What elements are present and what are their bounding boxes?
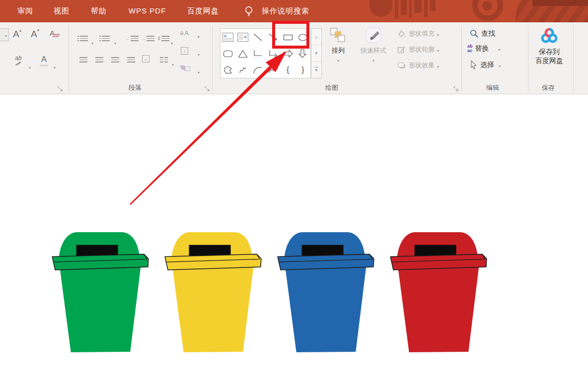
clear-formatting-button[interactable]: A	[50, 29, 59, 37]
find-button[interactable]: 查找	[469, 29, 495, 38]
quick-styles-button[interactable]: 快速样式	[354, 27, 393, 64]
gallery-scroll-down-button[interactable]: ▼	[311, 45, 321, 62]
quick-styles-icon	[365, 27, 382, 44]
slide-canvas[interactable]	[0, 94, 588, 387]
line-spacing-button[interactable]: ⇕	[157, 36, 169, 41]
text-highlight-button[interactable]: ab	[14, 55, 23, 66]
powerpoint-window: { "titlebar": { "menu_items": ["审阅", "视图…	[0, 0, 588, 387]
align-left-button[interactable]	[79, 57, 87, 63]
select-button[interactable]: 选择	[469, 60, 501, 69]
columns-button[interactable]	[160, 57, 168, 63]
save-to-baidu-netdisk-button[interactable]: 保存到 百度网盘	[530, 27, 568, 65]
shape-line-icon[interactable]	[250, 29, 265, 45]
gallery-scroll-up-button[interactable]: ▲	[311, 29, 321, 45]
shape-scribble-icon[interactable]	[235, 62, 250, 78]
menu-tab-wps-pdf[interactable]: WPS PDF	[129, 6, 166, 15]
shape-effects-button[interactable]: 形状效果	[397, 61, 439, 70]
shape-vertical-textbox-icon[interactable]: A	[235, 29, 250, 45]
pencil-outline-icon	[397, 46, 406, 54]
titlebar-decoration-bars	[369, 0, 436, 20]
eraser-icon	[52, 34, 60, 37]
shape-textbox-icon[interactable]: A	[220, 29, 235, 45]
svg-text:A: A	[244, 35, 247, 39]
distributed-button[interactable]: ↔	[142, 55, 149, 63]
bin-body	[60, 264, 141, 352]
shrink-font-button[interactable]: A▾	[31, 29, 39, 39]
replace-button[interactable]: ab ac 替换	[467, 44, 501, 53]
shape-elbow-connector-icon[interactable]	[250, 45, 265, 62]
tell-me-search[interactable]: 操作说明搜索	[262, 6, 309, 16]
menu-tab-view[interactable]: 视图	[54, 6, 70, 16]
shape-effects-icon	[397, 62, 406, 69]
shape-curve-icon[interactable]	[265, 62, 280, 78]
menu-tab-baidu-netdisk[interactable]: 百度网盘	[187, 6, 219, 16]
drawing-group-label: 绘图	[325, 83, 338, 92]
search-icon	[469, 29, 479, 38]
align-right-button[interactable]	[111, 57, 119, 63]
font-size-combobox[interactable]	[0, 28, 9, 41]
trash-bin-blue[interactable]	[276, 229, 374, 354]
shape-right-brace-icon[interactable]: }	[295, 62, 310, 78]
shape-arc-icon[interactable]	[250, 62, 265, 78]
paragraph-group-label: 段落	[129, 83, 142, 92]
menu-tab-review[interactable]: 审阅	[17, 6, 33, 16]
paragraph-dialog-launcher[interactable]	[205, 85, 210, 90]
svg-text:A: A	[224, 34, 227, 38]
align-text-button[interactable]: ↕	[181, 47, 188, 55]
bin-rim	[278, 254, 374, 270]
paint-bucket-icon	[397, 30, 406, 38]
trash-bin-red[interactable]	[389, 229, 487, 354]
annotation-highlight-box	[272, 21, 309, 49]
bin-slot	[302, 245, 344, 256]
arrange-icon	[330, 27, 347, 44]
shape-outline-button[interactable]: 形状轮廓	[397, 45, 439, 54]
cursor-icon	[469, 60, 478, 69]
baidu-netdisk-icon	[539, 27, 559, 45]
replace-icon: ab ac	[467, 44, 473, 53]
align-center-button[interactable]	[95, 57, 103, 63]
save-group-label: 保存	[542, 83, 555, 92]
bin-body	[285, 264, 367, 352]
bin-body	[398, 264, 479, 352]
arrange-button[interactable]: 排列	[325, 27, 351, 64]
edit-group-label: 编辑	[486, 83, 499, 92]
shape-fill-button[interactable]: 形状填充	[397, 29, 439, 38]
pen-icon	[14, 61, 23, 66]
bullets-button[interactable]	[77, 36, 88, 41]
decrease-indent-button[interactable]: ←	[125, 36, 139, 41]
shape-gallery-scrollbar: ▲ ▼ ▼	[311, 28, 322, 78]
bin-rim	[390, 254, 487, 270]
font-color-button[interactable]: A	[40, 55, 48, 66]
title-bar: 审阅 视图 帮助 WPS PDF 百度网盘 操作说明搜索	[0, 0, 588, 22]
bin-slot	[189, 245, 231, 256]
numbering-button[interactable]	[99, 36, 110, 41]
grow-font-button[interactable]: A▴	[13, 29, 21, 39]
shape-triangle-icon[interactable]	[235, 45, 250, 62]
bin-slot	[415, 245, 456, 256]
bin-body	[172, 264, 254, 352]
menu-tab-help[interactable]: 帮助	[91, 6, 107, 16]
gallery-more-button[interactable]: ▼	[311, 62, 321, 78]
drawing-dialog-launcher[interactable]	[453, 85, 459, 90]
increase-indent-button[interactable]: →	[141, 36, 154, 41]
shape-left-brace-icon[interactable]: {	[281, 62, 295, 78]
bin-rim	[52, 254, 148, 270]
shape-freeform-icon[interactable]	[220, 62, 235, 78]
trash-bin-yellow[interactable]	[163, 229, 262, 354]
justify-button[interactable]	[127, 57, 135, 63]
trash-bin-green[interactable]	[51, 229, 149, 354]
bin-slot	[76, 245, 118, 256]
lightbulb-icon[interactable]	[244, 5, 254, 19]
font-dialog-launcher[interactable]	[58, 85, 63, 90]
convert-smartart-button[interactable]	[180, 64, 190, 71]
bin-rim	[165, 254, 261, 270]
text-direction-button[interactable]: ⇊A	[180, 29, 189, 37]
shape-rounded-rectangle-icon[interactable]	[220, 45, 235, 62]
